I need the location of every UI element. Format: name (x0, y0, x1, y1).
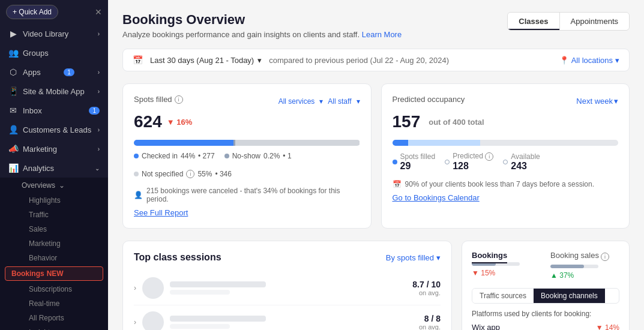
marketing-sub-label: Marketing (29, 239, 61, 248)
predicted-title-text: Predicted occupancy (393, 95, 465, 104)
spots-card-title: Spots filled i (134, 95, 183, 104)
analytics-submenu: Overviews ⌄ Highlights Traffic Sales Mar… (0, 178, 108, 330)
sidebar-item-all-reports[interactable]: All Reports (0, 311, 108, 325)
sidebar-item-insights[interactable]: Insights (0, 325, 108, 330)
sidebar-item-realtime[interactable]: Real-time (0, 296, 108, 311)
avatar (142, 277, 164, 299)
sidebar-item-analytics[interactable]: 📊 Analytics ⌄ (0, 158, 108, 178)
spots-info-icon[interactable]: i (175, 95, 183, 104)
stat-label: Spots filled (400, 152, 436, 161)
table-row[interactable]: › 8.7 / 10 on avg. (134, 271, 441, 305)
cards-row: Spots filled i All services ▾ All staff … (122, 83, 630, 229)
predicted-card-header: Predicted occupancy Next week ▾ (393, 95, 619, 107)
session-sub-placeholder (170, 324, 230, 329)
predicted-value: 157 out of 400 total (393, 112, 619, 131)
sidebar-item-video-library[interactable]: ▶ Video Library › (0, 24, 108, 43)
sidebar-item-marketing-sub[interactable]: Marketing (0, 236, 108, 251)
traffic-sources-tab[interactable]: Traffic sources (472, 289, 534, 303)
bookings-metric-tab[interactable]: Bookings (472, 251, 507, 263)
all-staff-filter[interactable]: All staff (328, 97, 351, 106)
sessions-header: Top class sessions By spots filled ▾ (134, 252, 441, 263)
predicted-dot (445, 160, 450, 164)
platform-pct-wix: ▼ 14% (596, 323, 619, 331)
compare-text: compared to previous period (Jul 22 - Au… (269, 56, 449, 65)
tab-appointments[interactable]: Appointments (560, 13, 630, 30)
chevron-down-icon: ▾ (319, 97, 323, 106)
marketing-icon: 📣 (8, 144, 18, 154)
session-score: 8 / 8 on avg. (419, 314, 441, 330)
sidebar-item-inbox[interactable]: ✉ Inbox 1 (0, 101, 108, 120)
sidebar: + Quick Add ✕ ▶ Video Library › 👥 Groups… (0, 0, 108, 330)
bookings-label: Bookings (11, 269, 44, 278)
sidebar-label-customers: Customers & Leads (23, 125, 91, 134)
filters-row: 📅 Last 30 days (Aug 21 - Today) ▾ compar… (122, 49, 630, 71)
session-name-placeholder (170, 316, 266, 322)
sidebar-item-behavior[interactable]: Behavior (0, 251, 108, 265)
sidebar-item-subscriptions[interactable]: Subscriptions (0, 282, 108, 296)
learn-more-link[interactable]: Learn More (362, 30, 402, 39)
sidebar-item-traffic[interactable]: Traffic (0, 208, 108, 222)
view-tabs: Classes Appointments (507, 12, 630, 31)
quick-add-button[interactable]: + Quick Add (6, 5, 58, 19)
chevron-down-icon: ▾ (615, 56, 619, 65)
chevron-down-icon: ▾ (357, 97, 360, 106)
booking-sales-info-icon[interactable]: i (601, 253, 609, 261)
booking-sales-metric-col: Booking sales i ▲ 37% (550, 251, 619, 280)
platform-label-wix: Wix app ▼ 14% (472, 323, 619, 330)
chevron-icon: › (98, 146, 100, 152)
see-full-report-link[interactable]: See Full Report (134, 208, 188, 217)
legend-text: Checked in (142, 152, 178, 160)
all-services-filter[interactable]: All services (278, 97, 315, 106)
available-bar-seg (480, 140, 618, 146)
session-info (170, 281, 406, 295)
sidebar-item-apps[interactable]: ⬡ Apps 1 › (0, 62, 108, 82)
video-library-icon: ▶ (8, 29, 18, 38)
sidebar-item-site-mobile[interactable]: 📱 Site & Mobile App › (0, 82, 108, 101)
checked-in-bar (134, 140, 233, 146)
bookings-new-badge: NEW (47, 269, 64, 278)
by-filter[interactable]: By spots filled ▾ (386, 253, 441, 262)
sidebar-item-groups[interactable]: 👥 Groups (0, 43, 108, 62)
not-specified-info-icon[interactable]: i (186, 170, 194, 178)
page-title: Bookings Overview (122, 12, 402, 28)
location-icon: 📍 (559, 56, 569, 65)
close-icon[interactable]: ✕ (95, 7, 102, 17)
go-bookings-link[interactable]: Go to Bookings Calendar (393, 193, 480, 202)
sidebar-label-site-mobile: Site & Mobile App (23, 87, 85, 96)
sidebar-label-apps: Apps (23, 68, 41, 77)
chevron-down-icon: ⌄ (95, 165, 100, 172)
sessions-title: Top class sessions (134, 252, 221, 263)
spots-legend: Checked in 44% • 277 No-show 0.2% • 1 No… (134, 152, 360, 178)
session-info (170, 316, 413, 329)
predicted-out-of: out of 400 total (429, 118, 484, 127)
checked-in-dot (134, 154, 139, 158)
chevron-down-icon: ▾ (257, 56, 262, 65)
expand-icon: › (134, 284, 136, 292)
highlights-label: Highlights (29, 196, 61, 205)
tab-classes[interactable]: Classes (508, 13, 559, 30)
score-label: on avg. (412, 289, 441, 296)
platform-name-wix: Wix app (472, 323, 500, 330)
sidebar-item-overviews[interactable]: Overviews ⌄ (0, 178, 108, 193)
sidebar-item-bookings[interactable]: Bookings NEW (5, 266, 103, 281)
sidebar-item-highlights[interactable]: Highlights (0, 193, 108, 208)
stat-val: 243 (511, 161, 540, 172)
booking-channels-tab[interactable]: Booking channels (534, 289, 605, 303)
predicted-info-icon[interactable]: i (485, 152, 493, 161)
spots-title-text: Spots filled (134, 95, 172, 104)
score-value: 8.7 / 10 (412, 280, 441, 289)
sidebar-item-sales[interactable]: Sales (0, 222, 108, 236)
legend-predicted: Predicted i 128 (445, 152, 493, 172)
all-reports-label: All Reports (29, 314, 64, 322)
session-score: 8.7 / 10 on avg. (412, 280, 441, 296)
subscriptions-label: Subscriptions (29, 285, 72, 293)
date-filter[interactable]: Last 30 days (Aug 21 - Today) ▾ (150, 56, 262, 65)
next-week-filter[interactable]: Next week ▾ (576, 97, 618, 106)
spots-filled-stat: Spots filled 29 (400, 152, 436, 172)
location-filter[interactable]: 📍 All locations ▾ (559, 56, 619, 65)
sidebar-item-marketing[interactable]: 📣 Marketing › (0, 139, 108, 158)
spots-number: 624 (134, 112, 162, 131)
sidebar-item-customers[interactable]: 👤 Customers & Leads › (0, 120, 108, 139)
booking-sales-tab[interactable]: Booking sales (550, 251, 599, 262)
table-row[interactable]: › 8 / 8 on avg. (134, 305, 441, 330)
